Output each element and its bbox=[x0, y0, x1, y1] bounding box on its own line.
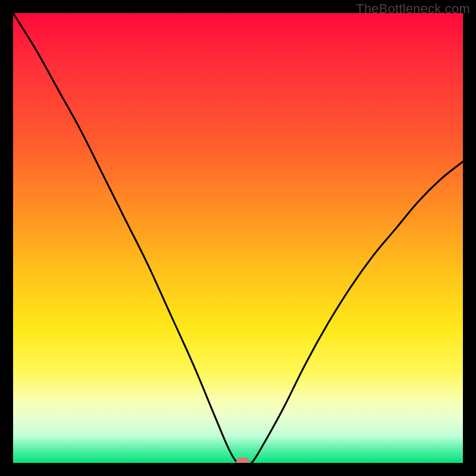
optimal-marker bbox=[236, 458, 249, 463]
bottleneck-curve bbox=[13, 13, 463, 463]
chart-frame: TheBottleneck.com bbox=[0, 0, 476, 476]
plot-area bbox=[13, 13, 463, 463]
curve-path bbox=[13, 13, 463, 463]
